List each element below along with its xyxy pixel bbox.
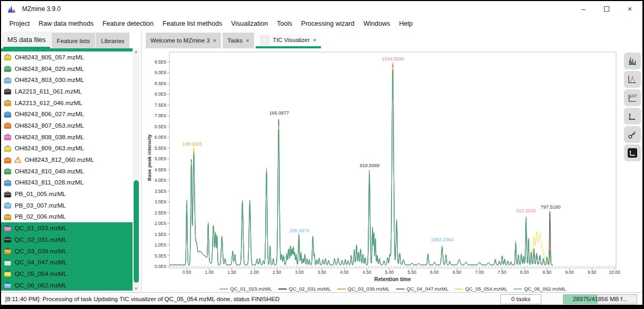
file-row[interactable]: OH8243_812_060.mzML	[1, 154, 133, 166]
file-row[interactable]: OH8243_810_049.mzML	[1, 166, 133, 177]
raw-file-icon	[4, 259, 12, 266]
tab-close-icon[interactable]: ×	[246, 37, 249, 44]
legend-item[interactable]: QC_04_047.mzML	[396, 286, 449, 292]
menu-visualization[interactable]: Visualization	[227, 20, 273, 27]
file-row[interactable]: QC_05_054.mzML	[1, 268, 133, 280]
file-name: PB_02_006.mzML	[15, 213, 66, 220]
file-name: PB_03_007.mzML	[15, 202, 66, 209]
y-tick-label: 5.5E6	[155, 146, 166, 151]
file-list-scrollbar[interactable]: ▲ ▼	[133, 48, 139, 292]
menu-raw-data-methods[interactable]: Raw data methods	[34, 20, 98, 27]
file-row[interactable]: PB_03_007.mzML	[1, 200, 133, 211]
file-row[interactable]: OH8243_807_053.mzML	[1, 120, 133, 131]
x-tick-label: 4.50	[363, 270, 371, 275]
peak-annotation: 148.0625	[183, 141, 203, 147]
menu-feature-detection[interactable]: Feature detection	[98, 20, 158, 27]
menu-feature-list-methods[interactable]: Feature list methods	[158, 20, 226, 27]
dark-background-button[interactable]	[624, 145, 641, 161]
file-row[interactable]: OH8243_804_029.mzML	[1, 63, 133, 75]
legend-label: QC_06_062.mzML	[524, 286, 566, 292]
reset-axes-button[interactable]	[624, 108, 641, 125]
tasks-indicator[interactable]: 0 tasks	[500, 294, 541, 304]
tab-tasks[interactable]: Tasks×	[223, 33, 254, 48]
file-row[interactable]: QC_06_062.mzML	[1, 280, 133, 291]
file-row[interactable]: OH8243_808_038.mzML	[1, 131, 133, 143]
memory-indicator[interactable]: 28975/41856 MB f...	[563, 294, 637, 304]
raw-file-icon	[4, 236, 12, 243]
tic-chart[interactable]: 0.0E05.0E51.0E61.5E62.0E62.5E63.0E63.5E6…	[142, 48, 622, 292]
tab-close-icon[interactable]: ×	[313, 37, 316, 43]
status-message: [8:11:40 PM]: Processing of task Updatin…	[5, 293, 279, 305]
x-tick-label: 5.00	[385, 270, 394, 275]
scrollbar-thumb[interactable]	[134, 180, 139, 283]
legend-swatch	[278, 289, 287, 290]
peak-annotation: 797.5180	[541, 204, 561, 210]
y-tick-label: 2.0E6	[155, 221, 166, 226]
x-tick-label: 8.50	[542, 270, 551, 275]
tab-libraries[interactable]: Libraries	[96, 33, 129, 48]
file-name: QC_04_047.mzML	[15, 259, 67, 266]
file-row[interactable]: OH8243_809_063.mzML	[1, 143, 133, 154]
show-spectrum-button[interactable]	[624, 53, 641, 69]
y-tick-label: 2.5E6	[155, 210, 166, 215]
svg-text:227: 227	[631, 94, 638, 98]
y-tick-label: 3.0E6	[155, 199, 166, 204]
scroll-down-icon[interactable]: ▼	[133, 285, 139, 292]
x-tick-label: 7.00	[475, 270, 484, 275]
show-data-labels-button[interactable]: 227	[624, 89, 641, 106]
menu-bar: ProjectRaw data methodsFeature detection…	[1, 17, 642, 30]
legend-item[interactable]: QC_03_039.mzML	[337, 286, 390, 292]
scroll-up-icon[interactable]: ▲	[133, 48, 139, 55]
minimize-button[interactable]: –	[572, 1, 595, 17]
file-row[interactable]: QC_04_047.mzML	[1, 256, 133, 268]
file-name: PB_01_005.mzML	[15, 190, 66, 198]
mzmine-window: MZmine 3.9.0 – × ProjectRaw data methods…	[1, 1, 642, 305]
file-row[interactable]: QC_01_023.mzML	[1, 222, 133, 234]
legend-item[interactable]: QC_06_062.mzML	[514, 286, 566, 292]
tab-feature-lists[interactable]: Feature lists	[52, 33, 95, 48]
menu-project[interactable]: Project	[5, 20, 34, 27]
file-row[interactable]: PB_02_006.mzML	[1, 211, 133, 223]
file-row[interactable]: OH8243_805_057.mzML	[1, 52, 133, 63]
x-tick-label: 8.00	[520, 270, 529, 275]
menu-tools[interactable]: Tools	[273, 20, 297, 27]
legend-item[interactable]: QC_05_054.mzML	[455, 286, 507, 292]
legend-swatch	[455, 289, 463, 290]
link-axes-button[interactable]	[624, 126, 641, 143]
menu-windows[interactable]: Windows	[359, 20, 395, 27]
y-tick-label: 8.5E6	[155, 81, 166, 86]
raw-file-icon	[4, 88, 12, 95]
file-row[interactable]: PB_01_005.mzML	[1, 188, 133, 200]
raw-file-icon	[4, 65, 12, 72]
file-name: OH8243_811_028.mzML	[15, 179, 84, 186]
y-tick-label: 8.0E6	[155, 91, 166, 97]
file-row[interactable]: LA2213_612_046.mzML	[1, 97, 133, 109]
tab-tic-visualizer[interactable]: TIC Visualizer×	[256, 32, 321, 48]
raw-file-icon	[4, 111, 12, 118]
toggle-centroid-button[interactable]	[624, 71, 641, 88]
close-button[interactable]: ×	[618, 1, 641, 17]
file-row[interactable]: QC_03_039.mzML	[1, 245, 133, 257]
file-name: OH8243_806_027.mzML	[15, 110, 84, 118]
x-tick-label: 2.00	[250, 270, 259, 275]
file-name: OH8243_805_057.mzML	[15, 54, 84, 61]
tab-ms-data-files[interactable]: MS data files	[2, 32, 51, 48]
tab-label: TIC Visualizer	[273, 37, 310, 43]
file-row[interactable]: LA2213_611_061.mzML	[1, 86, 133, 97]
x-tick-label: 3.50	[317, 270, 326, 275]
tab-close-icon[interactable]: ×	[213, 37, 216, 44]
legend-item[interactable]: QC_01_023.mzML	[219, 286, 272, 292]
raw-file-icon	[4, 213, 12, 220]
legend-item[interactable]: QC_02_031.mzML	[278, 286, 331, 292]
menu-processing-wizard[interactable]: Processing wizard	[297, 20, 359, 27]
file-row[interactable]: OH8243_806_027.mzML	[1, 108, 133, 120]
tab-welcome-to-mzmine-3[interactable]: Welcome to MZmine 3×	[146, 33, 221, 48]
y-tick-label: 7.0E6	[155, 113, 166, 118]
file-row[interactable]: OH8243_811_028.mzML	[1, 177, 133, 189]
menu-help[interactable]: Help	[395, 20, 417, 27]
file-row[interactable]: QC_02_031.mzML	[1, 234, 133, 245]
file-row[interactable]: OH8243_803_030.mzML	[1, 74, 133, 86]
maximize-button[interactable]	[595, 1, 618, 17]
x-tick-label: 10.00	[609, 270, 620, 275]
file-name: OH8243_804_029.mzML	[15, 65, 84, 73]
